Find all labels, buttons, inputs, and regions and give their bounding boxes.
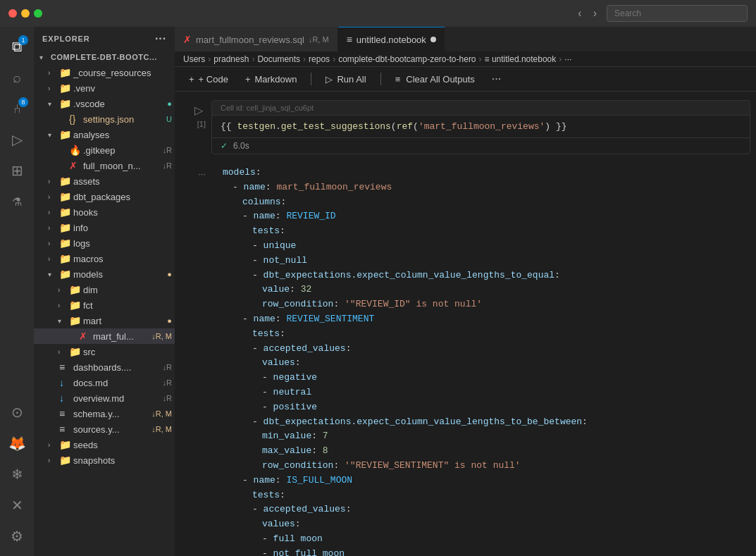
cell-code[interactable]: {{ testgen.get_test_suggestions(ref('mar… bbox=[212, 116, 750, 137]
sidebar-label: analyses bbox=[73, 130, 109, 140]
separator-icon: › bbox=[479, 54, 482, 64]
breadcrumb-users[interactable]: Users bbox=[183, 54, 205, 64]
forward-button[interactable]: › bbox=[589, 6, 601, 21]
yaml-line: values: bbox=[223, 356, 739, 371]
notebook-cell: ▷ [1] Cell id: cell_jinja_sql_cu6pt {{ t… bbox=[180, 97, 750, 157]
clear-icon: ≡ bbox=[395, 74, 401, 85]
sidebar-item-assets[interactable]: › 📁 assets bbox=[34, 173, 175, 189]
minimize-button[interactable] bbox=[21, 9, 30, 18]
play-icon: ▷ bbox=[326, 74, 333, 85]
cell-meta: Cell id: cell_jinja_sql_cu6pt bbox=[212, 101, 750, 116]
run-cell-button[interactable]: ▷ bbox=[192, 103, 206, 117]
tab-sql[interactable]: ✗ mart_fullmoon_reviews.sql ↓R, M bbox=[175, 27, 338, 51]
sidebar-item-mart-full[interactable]: ✗ mart_ful... ↓R, M bbox=[34, 328, 175, 344]
chevron-right-icon: › bbox=[48, 240, 56, 247]
activity-icon-extensions[interactable]: ⊞ bbox=[3, 156, 31, 185]
sidebar-item-models[interactable]: ▾ 📁 models ● bbox=[34, 266, 175, 282]
sidebar-item-fct[interactable]: › 📁 fct bbox=[34, 297, 175, 313]
sidebar-item-gitkeep[interactable]: 🔥 .gitkeep ↓R bbox=[34, 142, 175, 158]
chevron-right-icon: › bbox=[58, 302, 66, 309]
yaml-line: - accepted_values: bbox=[223, 502, 739, 517]
traffic-lights bbox=[8, 9, 42, 18]
github-icon: ⊙ bbox=[11, 404, 23, 421]
yaml-icon: ≡ bbox=[59, 362, 70, 373]
sidebar-item-mart[interactable]: ▾ 📁 mart ● bbox=[34, 313, 175, 328]
breadcrumb-notebook[interactable]: ≡ untitled.notebook bbox=[485, 54, 557, 64]
sidebar-item-hooks[interactable]: › 📁 hooks bbox=[34, 204, 175, 220]
sidebar-item-sources-y[interactable]: ≡ sources.y... ↓R, M bbox=[34, 421, 175, 437]
sidebar-label: docs.md bbox=[73, 378, 108, 388]
sidebar-label: src bbox=[83, 347, 95, 357]
unsaved-dot bbox=[430, 37, 436, 42]
more-button[interactable]: ··· bbox=[492, 73, 501, 85]
folder-icon: 📁 bbox=[59, 455, 70, 466]
sidebar-item-full-moon-n[interactable]: ✗ full_moon_n... ↓R bbox=[34, 158, 175, 173]
sidebar-item-info[interactable]: › 📁 info bbox=[34, 220, 175, 235]
clear-all-outputs-button[interactable]: ≡ Clear All Outputs bbox=[390, 72, 481, 87]
breadcrumb-bootcamp[interactable]: complete-dbt-bootcamp-zero-to-hero bbox=[338, 54, 476, 64]
yaml-line: - negative bbox=[223, 371, 739, 385]
breadcrumb-pradnesh[interactable]: pradnesh bbox=[213, 54, 249, 64]
sidebar-item-schema-y[interactable]: ≡ schema.y... ↓R, M bbox=[34, 406, 175, 421]
activity-icon-settings[interactable]: ⚙ bbox=[3, 522, 31, 550]
back-button[interactable]: ‹ bbox=[574, 6, 585, 21]
activity-icon-files[interactable]: ⧉ 1 bbox=[3, 32, 31, 61]
activity-icon-github[interactable]: ⊙ bbox=[3, 398, 31, 426]
sidebar-item-vscode[interactable]: ▾ 📁 .vscode ● bbox=[34, 96, 175, 111]
separator-icon: › bbox=[303, 54, 306, 64]
activity-icon-gitlab[interactable]: 🦊 bbox=[3, 429, 31, 457]
sidebar-item-dashboards[interactable]: ≡ dashboards.... ↓R bbox=[34, 359, 175, 375]
sidebar-label: .vscode bbox=[73, 99, 105, 109]
sidebar: Explorer ··· ▾ COMPLETE-DBT-BOOTC... › 📁… bbox=[34, 27, 175, 556]
search-input[interactable] bbox=[607, 5, 748, 22]
sidebar-label: fct bbox=[83, 300, 93, 311]
fullscreen-button[interactable] bbox=[34, 9, 42, 18]
sidebar-more-icon[interactable]: ··· bbox=[155, 32, 166, 45]
yaml-line: - not_null bbox=[223, 254, 739, 268]
breadcrumb-documents[interactable]: Documents bbox=[257, 54, 300, 64]
add-code-button[interactable]: + + Code bbox=[183, 72, 234, 87]
cell-number: [1] bbox=[197, 120, 206, 128]
code-content: {{ testgen.get_test_suggestions(ref('mar… bbox=[221, 121, 567, 132]
activity-icon-cross[interactable]: ✕ bbox=[3, 491, 31, 519]
sidebar-item-dbt-packages[interactable]: › 📁 dbt_packages bbox=[34, 189, 175, 204]
sidebar-item-seeds[interactable]: › 📁 seeds bbox=[34, 437, 175, 452]
breadcrumb-repos[interactable]: repos bbox=[309, 54, 330, 64]
json-icon: {} bbox=[69, 113, 80, 125]
yaml-line: - neutral bbox=[223, 385, 739, 400]
close-button[interactable] bbox=[8, 9, 17, 18]
activity-icon-snowflake[interactable]: ❄ bbox=[3, 460, 31, 488]
sidebar-item-docs-md[interactable]: ↓ docs.md ↓R bbox=[34, 375, 175, 390]
tab-label: mart_fullmoon_reviews.sql bbox=[196, 35, 304, 45]
add-markdown-button[interactable]: + Markdown bbox=[240, 72, 303, 87]
folder-icon: 📁 bbox=[59, 253, 70, 264]
sidebar-label: macros bbox=[73, 254, 104, 264]
sidebar-item-analyses[interactable]: ▾ 📁 analyses bbox=[34, 127, 175, 142]
yaml-line: - name: REVIEW_SENTIMENT bbox=[223, 312, 739, 327]
run-all-button[interactable]: ▷ Run All bbox=[320, 72, 371, 87]
yaml-body: models: - name: mart_fullmoon_reviews co… bbox=[211, 160, 750, 556]
sidebar-item-logs[interactable]: › 📁 logs bbox=[34, 235, 175, 251]
nav-arrows: ‹ › bbox=[574, 6, 601, 21]
sidebar-item-course-resources[interactable]: › 📁 _course_resources bbox=[34, 65, 175, 80]
sidebar-item-src[interactable]: › 📁 src bbox=[34, 344, 175, 359]
sidebar-item-dim[interactable]: › 📁 dim bbox=[34, 282, 175, 297]
tab-notebook[interactable]: ≡ untitled.notebook bbox=[338, 27, 445, 51]
modified-badge: ● bbox=[167, 270, 175, 278]
sidebar-title: Explorer bbox=[42, 35, 90, 43]
yaml-line: - name: IS_FULL_MOON bbox=[223, 474, 739, 488]
sidebar-item-macros[interactable]: › 📁 macros bbox=[34, 251, 175, 266]
extensions-icon: ⊞ bbox=[11, 162, 23, 179]
activity-icon-run[interactable]: ▷ bbox=[3, 125, 31, 154]
sidebar-item-settings-json[interactable]: {} settings.json U bbox=[34, 111, 175, 127]
sidebar-item-venv[interactable]: › 📁 .venv bbox=[34, 80, 175, 96]
sidebar-label: dbt_packages bbox=[73, 192, 130, 202]
activity-icon-flask[interactable]: ⚗ bbox=[3, 187, 31, 216]
sidebar-item-snapshots[interactable]: › 📁 snapshots bbox=[34, 452, 175, 468]
activity-icon-source-control[interactable]: ⑃ 8 bbox=[3, 94, 31, 123]
sidebar-label: assets bbox=[73, 176, 100, 187]
activity-icon-search[interactable]: ⌕ bbox=[3, 63, 31, 92]
sidebar-item-root[interactable]: ▾ COMPLETE-DBT-BOOTC... bbox=[34, 49, 175, 65]
sidebar-item-overview-md[interactable]: ↓ overview.md ↓R bbox=[34, 390, 175, 406]
yaml-line: - not full moon bbox=[223, 547, 739, 556]
